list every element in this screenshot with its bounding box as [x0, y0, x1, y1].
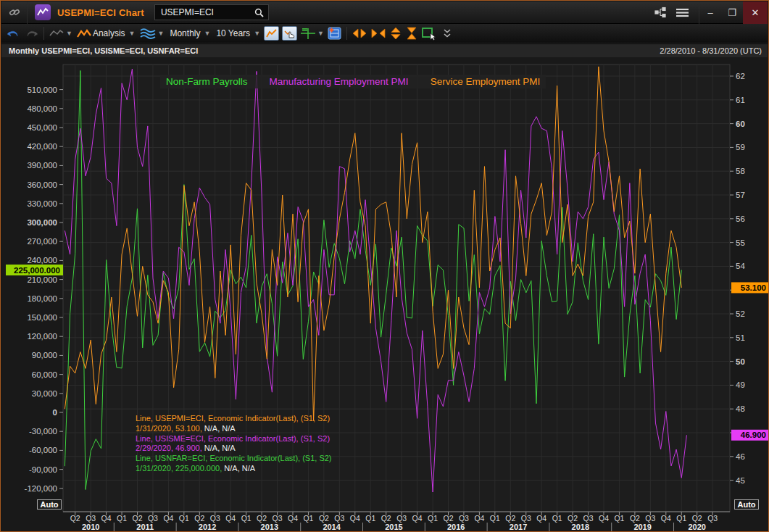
right-axis[interactable]: 626160595857565554535251504948474645	[730, 72, 745, 485]
legend-item[interactable]: Manufacturing Employment PMI	[270, 76, 409, 87]
close-button[interactable]: ✕	[743, 1, 768, 24]
menu-button[interactable]	[671, 1, 693, 24]
left-axis-tick-label: 0	[53, 408, 57, 417]
x-quarter-label: Q3	[707, 514, 718, 523]
x-axis[interactable]: Q2Q3Q42010Q1Q2Q3Q42011Q1Q2Q3Q42012Q1Q2Q3…	[70, 512, 718, 531]
last-value-badge-usisme[interactable]: 46.900	[731, 430, 769, 441]
x-quarter-label: Q3	[521, 514, 531, 523]
layout-link-icon[interactable]	[649, 1, 671, 24]
right-axis-tick-label: 45	[736, 476, 745, 485]
x-quarter-label: Q2	[381, 514, 391, 523]
x-quarter-label: Q1	[365, 514, 375, 523]
legend-item[interactable]: Service Employment PMI	[431, 76, 541, 87]
waves-dropdown[interactable]: ▼	[138, 25, 167, 41]
chevron-down-icon: ▼	[129, 30, 136, 37]
titlebar-right-group: – ❐ ✕	[649, 1, 768, 24]
add-panel-button[interactable]	[328, 26, 342, 41]
level-line-dropdown[interactable]: ▼	[299, 25, 326, 41]
left-axis-tick-label: 150,000	[27, 313, 57, 322]
tree-link-icon	[654, 7, 666, 18]
x-year-label: 2012	[199, 523, 216, 531]
last-value-badge-usepmi[interactable]: 53.100	[731, 282, 769, 293]
chart-canvas[interactable]: 510,000480,000450,000420,000390,000360,0…	[1, 57, 769, 532]
chart-area[interactable]: 510,000480,000450,000420,000390,000360,0…	[1, 57, 769, 532]
zoom-select-button[interactable]	[421, 27, 437, 41]
search-input[interactable]	[159, 7, 254, 18]
search-icon[interactable]	[254, 8, 264, 17]
legend-item[interactable]: Non-Farm Payrolls	[166, 76, 248, 87]
right-axis-tick-label: 55	[736, 238, 745, 247]
left-axis-tick-label: -90,000	[29, 465, 57, 474]
x-quarter-label: Q2	[132, 514, 142, 523]
left-axis-tick-label: 480,000	[27, 104, 57, 113]
expand-horizontal-button[interactable]	[352, 28, 367, 39]
left-axis-tick-label: -30,000	[29, 427, 57, 436]
analysis-icon	[77, 29, 91, 38]
annotation-line: Line, USNFAR=ECI, Economic Indicator(Las…	[136, 454, 332, 464]
left-axis-tick-label: 360,000	[27, 180, 57, 189]
last-value-badge-usnfar-text: 225,000.000	[14, 266, 60, 275]
right-axis-tick-label: 60	[736, 120, 745, 128]
line-chart-glyph-icon	[37, 7, 49, 17]
hamburger-menu-icon	[676, 8, 689, 17]
compress-vertical-button[interactable]	[405, 27, 418, 40]
expand-vertical-button[interactable]	[389, 27, 402, 40]
chart-type-icon	[266, 29, 277, 38]
right-axis-tick-label: 48	[736, 404, 745, 413]
compress-horizontal-button[interactable]	[370, 28, 386, 39]
x-quarter-label: Q4	[163, 514, 173, 523]
x-quarter-label: Q2	[70, 514, 80, 523]
x-year-label: 2017	[510, 523, 527, 531]
x-quarter-label: Q1	[676, 514, 686, 523]
x-quarter-label: Q1	[490, 514, 500, 523]
left-axis-tick-label: 90,000	[32, 351, 57, 359]
analysis-dropdown[interactable]: Analysis ▼	[75, 25, 138, 41]
x-quarter-label: Q1	[179, 514, 189, 523]
chart-toolbar: ▼ Analysis ▼ ▼ Monthly ▼ 10 Years	[1, 24, 768, 43]
left-axis-auto-button[interactable]: Auto	[37, 499, 62, 510]
range-dropdown[interactable]: 10 Years ▼	[212, 25, 262, 41]
chevron-down-icon: ▼	[66, 30, 72, 37]
search-box[interactable]	[154, 4, 269, 20]
x-year-label: 2015	[385, 523, 402, 531]
right-axis-tick-label: 61	[736, 96, 745, 104]
x-quarter-label: Q1	[241, 514, 252, 523]
right-axis-tick-label: 49	[736, 381, 745, 389]
last-value-badge-usnfar[interactable]: 225,000.000	[6, 265, 63, 275]
right-axis-auto-button[interactable]: Auto	[734, 499, 759, 510]
x-year-label: 2010	[82, 523, 99, 531]
link-channel-icon[interactable]	[1, 1, 28, 24]
line-style-dropdown[interactable]: ▼	[47, 25, 75, 41]
chart-header-bar: Monthly USEPMI=ECI, USISME=ECI, USNFAR=E…	[1, 43, 768, 57]
x-year-label: 2016	[447, 523, 465, 531]
right-axis-tick-label: 62	[736, 72, 745, 80]
left-axis-tick-label: 300,000	[27, 218, 57, 227]
interval-label: Monthly	[170, 28, 200, 38]
minimize-button[interactable]: –	[699, 1, 721, 24]
x-quarter-label: Q4	[536, 514, 546, 523]
x-quarter-label: Q3	[645, 514, 655, 523]
horizontal-level-icon	[301, 28, 315, 39]
x-quarter-label: Q2	[630, 514, 640, 523]
interval-dropdown[interactable]: Monthly ▼	[166, 25, 212, 41]
right-axis-tick-label: 58	[736, 167, 745, 175]
chart-type-button[interactable]	[264, 26, 279, 41]
chart-app-icon	[35, 4, 51, 20]
x-quarter-label: Q3	[583, 514, 594, 523]
title-bar: USEPMI=ECI Chart	[1, 1, 768, 24]
last-value-badge-usisme-text: 46.900	[741, 431, 766, 439]
x-quarter-label: Q3	[459, 514, 469, 523]
more-tools-button[interactable]	[443, 28, 452, 38]
right-axis-tick-label: 54	[736, 262, 745, 270]
x-quarter-label: Q4	[101, 514, 112, 523]
undo-button[interactable]	[4, 25, 22, 41]
chain-link-icon	[9, 7, 20, 18]
chevron-down-icon: ▼	[158, 30, 165, 37]
pointer-tool-button[interactable]	[282, 26, 297, 41]
left-axis[interactable]: 510,000480,000450,000420,000390,000360,0…	[25, 86, 63, 493]
left-axis-tick-label: -60,000	[29, 446, 57, 454]
undo-icon	[7, 28, 20, 40]
maximize-button[interactable]: ❐	[721, 1, 743, 24]
chart-date-range: 2/28/2010 - 8/31/2020 (UTC)	[660, 46, 762, 55]
redo-button[interactable]	[22, 25, 41, 41]
